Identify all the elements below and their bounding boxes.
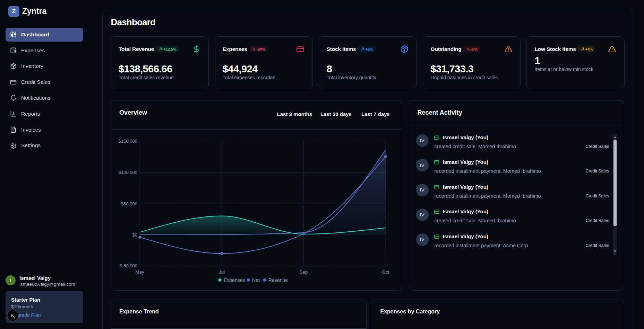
svg-text:Jul: Jul: [219, 269, 225, 275]
svg-text:$150,000: $150,000: [119, 139, 137, 144]
svg-text:$50,000: $50,000: [121, 201, 137, 206]
svg-text:Sep: Sep: [299, 269, 308, 275]
svg-text:Revenue: Revenue: [268, 277, 288, 283]
svg-text:Net: Net: [252, 277, 260, 283]
svg-text:May: May: [135, 269, 144, 275]
svg-text:$0: $0: [132, 232, 137, 238]
svg-text:$-50,000: $-50,000: [120, 263, 137, 268]
svg-text:$100,000: $100,000: [119, 170, 137, 175]
svg-text:Expenses: Expenses: [224, 277, 245, 283]
svg-text:Oct: Oct: [382, 269, 389, 275]
